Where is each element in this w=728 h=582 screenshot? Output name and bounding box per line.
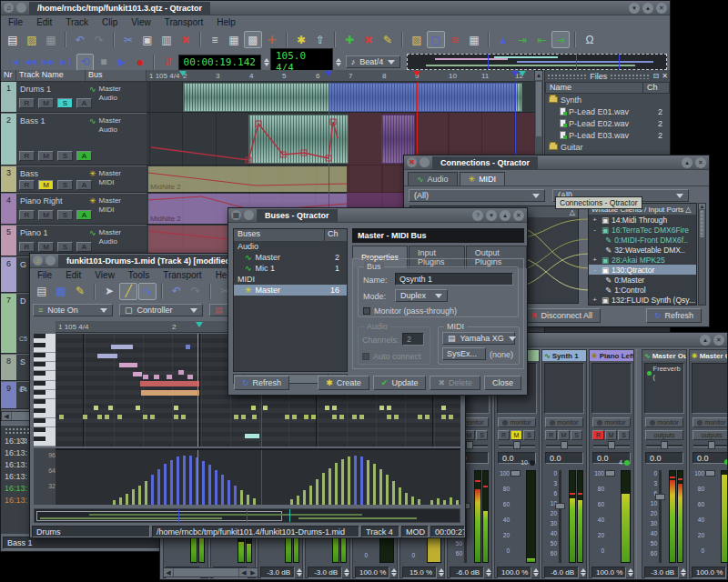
gain-spinner[interactable]: [439, 567, 444, 578]
solo-button[interactable]: S: [571, 430, 582, 440]
bus-row[interactable]: ∿Mic 11: [234, 263, 347, 274]
volume-spinner[interactable]: [628, 567, 633, 578]
bus-row-selected[interactable]: ✳Master16: [234, 285, 347, 296]
bus-group-row[interactable]: Audio: [234, 241, 347, 252]
solo-button[interactable]: S: [57, 98, 73, 108]
rewind-start-icon[interactable]: ❘◀: [4, 54, 21, 71]
open-session-icon[interactable]: ▨: [23, 31, 41, 48]
input-ports-panel[interactable]: Writable Clients / Input Ports△ +▣14:Mid…: [588, 203, 697, 306]
velocity-pane[interactable]: [56, 448, 460, 505]
plugin-list[interactable]: Freeverb (: [644, 363, 684, 414]
menu-view[interactable]: View: [131, 17, 151, 27]
files-group[interactable]: Synth: [545, 94, 670, 105]
port-item[interactable]: ✎1:Control: [589, 285, 696, 295]
solo-button[interactable]: S: [57, 242, 73, 252]
mute-button[interactable]: M: [38, 151, 54, 161]
clip-edit-icon[interactable]: ▢: [427, 31, 445, 48]
tool-select-icon[interactable]: ✛: [263, 31, 281, 48]
loop-end-icon[interactable]: ⇥: [551, 31, 570, 48]
bus-row[interactable]: ∿Master2: [234, 252, 347, 263]
remove-track-icon[interactable]: ✖: [359, 31, 378, 48]
filter-left-combo[interactable]: (All): [409, 189, 545, 202]
save-icon[interactable]: ▦: [52, 283, 70, 300]
gain-spinner[interactable]: [486, 567, 491, 578]
instrument-combo[interactable]: ▤Yamaha XG: [442, 332, 515, 345]
fader-handle[interactable]: [555, 503, 565, 509]
piano-keyboard[interactable]: C5 C4 C3: [34, 334, 56, 447]
pan-value[interactable]: 0.0: [645, 452, 683, 464]
curve-tool-icon[interactable]: ∿: [138, 283, 157, 300]
pencil-tool-icon[interactable]: ╱: [119, 283, 137, 300]
controller-combo[interactable]: ▢Controller: [119, 304, 203, 316]
add-track-icon[interactable]: ✚: [340, 31, 359, 48]
track-row-3[interactable]: 3 Bass R M S A ✳MasterMIDI: [1, 166, 147, 193]
connections-titlebar[interactable]: ✖ Connections - Qtractor ▴ ✕: [404, 156, 709, 170]
monitor-button[interactable]: monitor: [592, 417, 631, 427]
loop-end-marker[interactable]: [519, 71, 526, 76]
pan-handle[interactable]: [561, 441, 568, 449]
punch-in-icon[interactable]: ⇥: [513, 31, 531, 48]
shade-button[interactable]: ▾: [486, 210, 497, 221]
close-button[interactable]: ✕: [713, 335, 724, 346]
sysex-button[interactable]: SysEx...: [442, 347, 486, 360]
loop-icon[interactable]: ⟲: [76, 54, 94, 71]
pan-handle[interactable]: [661, 441, 668, 449]
menu-transport[interactable]: Transport: [163, 270, 201, 280]
gain-spinner[interactable]: [681, 567, 686, 578]
redo-icon[interactable]: ↷: [187, 283, 205, 300]
bus-name-field[interactable]: Qsynth 1: [395, 273, 513, 286]
client-item[interactable]: +▣132:FLUID Synth (Qsy...: [589, 295, 696, 305]
forward-icon[interactable]: ▶▶: [40, 54, 57, 71]
track-list-icon[interactable]: ≡: [206, 31, 224, 48]
mute-button[interactable]: M: [511, 430, 522, 440]
client-item[interactable]: +▣28:Akai MPK25: [589, 255, 696, 265]
close-button[interactable]: ✕: [695, 157, 706, 168]
redo-icon[interactable]: ↷: [90, 31, 108, 48]
file-item[interactable]: P-Lead E03.wav2: [545, 129, 670, 141]
record-button[interactable]: R: [545, 430, 557, 440]
client-item[interactable]: -▣16:TerraTec DMX6Fire: [589, 225, 696, 235]
maximize-button[interactable]: ▴: [700, 335, 711, 346]
record-button[interactable]: R: [19, 242, 35, 252]
close-button[interactable]: ✕: [656, 3, 667, 14]
maximize-button[interactable]: ▴: [642, 3, 653, 14]
gain-spinner[interactable]: [581, 567, 586, 578]
gain-spinner[interactable]: [391, 567, 397, 578]
loop-start-marker[interactable]: [179, 71, 187, 76]
menu-edit[interactable]: Edit: [66, 270, 81, 280]
copy-icon[interactable]: ▣: [138, 31, 157, 48]
time-display[interactable]: 00:00:19.142: [178, 55, 261, 70]
gain-spinner[interactable]: [297, 567, 302, 578]
time-spinner[interactable]: [264, 58, 269, 66]
menu-file[interactable]: File: [37, 270, 52, 280]
delete-icon[interactable]: ✖: [177, 31, 195, 48]
files-group[interactable]: Guitar: [545, 141, 670, 153]
update-button[interactable]: ✔Update: [373, 376, 427, 390]
fader-handle[interactable]: [705, 470, 715, 477]
solo-button[interactable]: S: [523, 430, 535, 440]
record-button[interactable]: R: [19, 98, 35, 108]
close-button[interactable]: ✕: [513, 210, 524, 221]
bus-group-row[interactable]: MIDI: [234, 274, 347, 285]
new-clip-icon[interactable]: ✱: [292, 31, 310, 48]
fader-handle[interactable]: [605, 470, 615, 477]
save-as-icon[interactable]: ▤: [33, 283, 51, 300]
solo-button[interactable]: S: [57, 151, 73, 161]
eject-icon[interactable]: ⇧: [311, 31, 329, 48]
menu-view[interactable]: View: [95, 270, 115, 280]
disconnect-all-button[interactable]: ✖Disconnect All: [522, 308, 601, 323]
solo-button[interactable]: S: [57, 210, 73, 220]
fader-handle[interactable]: [511, 470, 521, 477]
menu-transport[interactable]: Transport: [165, 17, 203, 27]
refresh-button[interactable]: ↻Refresh: [234, 376, 289, 390]
play-icon[interactable]: ▶: [113, 54, 130, 71]
record-icon[interactable]: ●: [131, 54, 148, 71]
bus-tree[interactable]: Buses Ch Audio ∿Master2 ∿Mic 11 MIDI ✳Ma…: [233, 228, 348, 372]
clip-quantize-icon[interactable]: ▦: [465, 31, 483, 48]
rewind-icon[interactable]: ◀◀: [22, 54, 39, 71]
monitor-checkbox[interactable]: Monitor (pass-through): [363, 306, 457, 316]
menu-tools[interactable]: Tools: [128, 270, 149, 280]
undo-icon[interactable]: ↶: [71, 31, 89, 48]
volume-spinner[interactable]: [533, 567, 539, 578]
float-panel-icon[interactable]: ⊡: [653, 72, 660, 80]
